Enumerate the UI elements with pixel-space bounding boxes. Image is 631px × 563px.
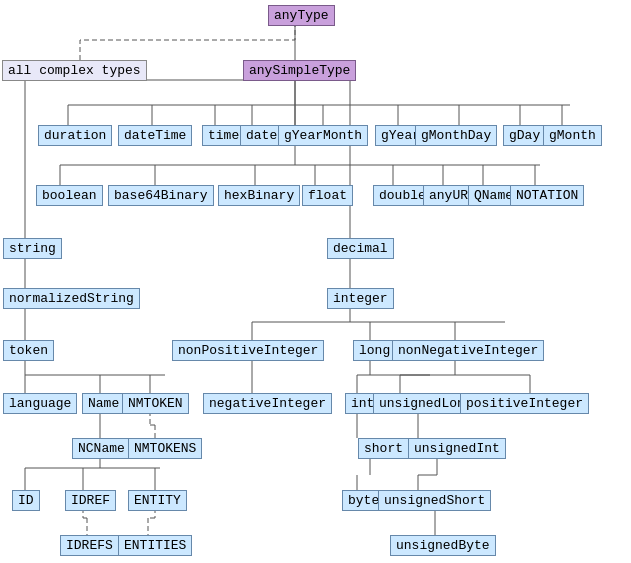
- node-hexBinary: hexBinary: [218, 185, 300, 206]
- node-NOTATION: NOTATION: [510, 185, 584, 206]
- node-anySimpleType: anySimpleType: [243, 60, 356, 81]
- node-anyType: anyType: [268, 5, 335, 26]
- node-long: long: [353, 340, 396, 361]
- node-allComplexTypes: all complex types: [2, 60, 147, 81]
- node-duration: duration: [38, 125, 112, 146]
- node-NMTOKEN: NMTOKEN: [122, 393, 189, 414]
- type-hierarchy-diagram: anyTypeall complex typesanySimpleTypedur…: [0, 0, 631, 563]
- node-gMonthDay: gMonthDay: [415, 125, 497, 146]
- node-dateTime: dateTime: [118, 125, 192, 146]
- node-base64Binary: base64Binary: [108, 185, 214, 206]
- node-unsignedShort: unsignedShort: [378, 490, 491, 511]
- node-integer: integer: [327, 288, 394, 309]
- node-short: short: [358, 438, 409, 459]
- node-nonNegativeInteger: nonNegativeInteger: [392, 340, 544, 361]
- node-ENTITY: ENTITY: [128, 490, 187, 511]
- node-language: language: [3, 393, 77, 414]
- connector-lines: [0, 0, 631, 563]
- node-gDay: gDay: [503, 125, 546, 146]
- node-IDREFS: IDREFS: [60, 535, 119, 556]
- node-unsignedInt: unsignedInt: [408, 438, 506, 459]
- node-normalizedString: normalizedString: [3, 288, 140, 309]
- node-gMonth: gMonth: [543, 125, 602, 146]
- node-ENTITIES: ENTITIES: [118, 535, 192, 556]
- node-time: time: [202, 125, 245, 146]
- node-string: string: [3, 238, 62, 259]
- node-float: float: [302, 185, 353, 206]
- node-unsignedByte: unsignedByte: [390, 535, 496, 556]
- node-nonPositiveInteger: nonPositiveInteger: [172, 340, 324, 361]
- node-ID: ID: [12, 490, 40, 511]
- node-decimal: decimal: [327, 238, 394, 259]
- node-negativeInteger: negativeInteger: [203, 393, 332, 414]
- node-positiveInteger: positiveInteger: [460, 393, 589, 414]
- node-date: date: [240, 125, 283, 146]
- node-token: token: [3, 340, 54, 361]
- node-NMTOKENS: NMTOKENS: [128, 438, 202, 459]
- node-boolean: boolean: [36, 185, 103, 206]
- node-gYearMonth: gYearMonth: [278, 125, 368, 146]
- node-Name: Name: [82, 393, 125, 414]
- node-IDREF: IDREF: [65, 490, 116, 511]
- node-NCName: NCName: [72, 438, 131, 459]
